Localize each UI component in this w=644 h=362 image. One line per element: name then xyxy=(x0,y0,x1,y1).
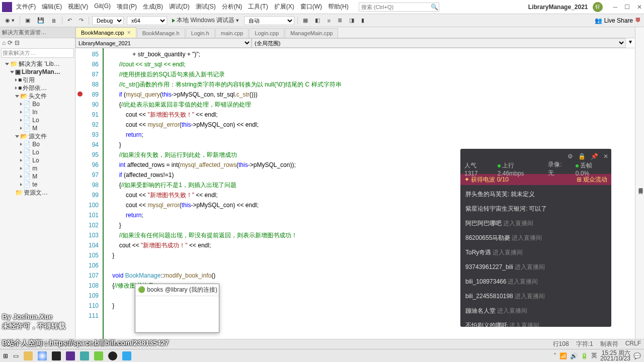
terminal-icon[interactable] xyxy=(52,351,61,360)
menu-item[interactable]: 帮助(H) xyxy=(328,3,349,11)
menu-item[interactable]: 生成(B) xyxy=(143,3,163,11)
obs-icon[interactable] xyxy=(108,351,117,360)
breakpoint-icon[interactable] xyxy=(77,92,83,97)
explorer-icon[interactable] xyxy=(24,351,33,360)
new-file-icon[interactable]: ▣ xyxy=(23,17,32,24)
account-avatar[interactable]: 轩 xyxy=(593,2,603,12)
minimize-button[interactable]: ─ xyxy=(613,4,617,11)
maximize-button[interactable]: ☐ xyxy=(624,4,630,11)
search-box[interactable]: 🔍 xyxy=(359,3,439,12)
undo-icon[interactable]: ↶ xyxy=(65,17,74,24)
pin-icon[interactable]: 📌 xyxy=(591,153,598,160)
editor-tab[interactable]: ManageMain.cpp xyxy=(285,28,338,38)
lock-icon[interactable]: 🔒 xyxy=(578,153,586,160)
clock-date[interactable]: 2021/10/23 xyxy=(600,356,630,361)
task-view-icon[interactable]: ▭ xyxy=(13,352,19,359)
platform-combo[interactable]: x64 xyxy=(127,16,167,25)
file-node[interactable]: 📄 M xyxy=(1,172,74,180)
close-tab-icon[interactable]: × xyxy=(127,29,131,36)
headers-folder[interactable]: 📂 头文件 xyxy=(1,92,74,100)
indent-mode[interactable]: 制表符 xyxy=(600,340,618,348)
app-icon[interactable] xyxy=(94,351,103,360)
nav-back-icon[interactable]: ◉ ▾ xyxy=(3,17,17,24)
auto-combo[interactable]: 自动 xyxy=(244,16,294,25)
search-input[interactable] xyxy=(361,4,431,10)
toolbar-icon[interactable]: ▦ xyxy=(301,17,310,24)
tray-chevron-icon[interactable]: ˄ xyxy=(553,352,556,359)
editor-tab[interactable]: BookManage.h xyxy=(137,28,185,38)
stream-stats: 人气 1317 上行 2.46mbps 录像: 无 丢帧 0.0% xyxy=(460,164,611,174)
save-icon[interactable]: 💾 xyxy=(35,17,46,24)
viewer-flow[interactable]: ⊞ 观众流动 xyxy=(577,175,607,184)
menu-item[interactable]: 扩展(X) xyxy=(274,3,294,11)
toolbar-icon[interactable]: ◧ xyxy=(313,17,322,24)
app-icon[interactable] xyxy=(80,351,89,360)
home-icon[interactable]: ⌂ xyxy=(2,39,6,46)
editor-tab[interactable]: main.cpp xyxy=(215,28,249,38)
ime-icon[interactable]: 英 xyxy=(591,351,597,360)
project-node[interactable]: ▣ LibraryMan… xyxy=(1,68,74,76)
menu-item[interactable]: 分析(N) xyxy=(222,3,243,11)
menu-item[interactable]: 文件(F) xyxy=(16,3,36,11)
file-node[interactable]: 📄 m xyxy=(1,164,74,172)
liveshare-button[interactable]: Live Share xyxy=(604,17,633,24)
preview-title: 🟢 books @library (我的连接) - … xyxy=(135,284,219,296)
menu-item[interactable]: 项目(P) xyxy=(117,3,137,11)
notification-center-icon[interactable]: 💬 xyxy=(633,352,641,359)
file-node[interactable]: 📄 In xyxy=(1,108,74,116)
file-node[interactable]: 📄 Lo xyxy=(1,116,74,124)
solution-node[interactable]: 📁 解决方案 'Lib… xyxy=(1,60,74,68)
editor-tab[interactable]: Login.cpp xyxy=(249,28,284,38)
toolbar-icon[interactable]: ▮ xyxy=(359,17,366,24)
search-icon[interactable]: 🔍 xyxy=(431,4,438,11)
tray-icon[interactable]: 📶 xyxy=(559,352,567,359)
menu-item[interactable]: 编辑(E) xyxy=(42,3,62,11)
source-folder[interactable]: 📂 源文件 xyxy=(1,132,74,140)
collapse-icon[interactable]: ⊟ xyxy=(15,39,20,46)
gear-icon[interactable]: ⚙ xyxy=(568,153,573,160)
tray-icon[interactable]: 🔋 xyxy=(581,352,588,359)
file-node[interactable]: 📄 Lo xyxy=(1,156,74,164)
menu-item[interactable]: 工具(T) xyxy=(248,3,268,11)
file-node[interactable]: 📄 M xyxy=(1,124,74,132)
split-icon[interactable]: ▾ xyxy=(626,38,635,48)
toolbar-icon[interactable]: ≡ xyxy=(325,17,332,24)
scope-combo[interactable]: LibraryManage_2021 xyxy=(75,38,252,48)
close-icon[interactable]: ✕ xyxy=(603,153,608,160)
menu-item[interactable]: 测试(S) xyxy=(196,3,216,11)
record-status: 录像: 无 xyxy=(548,160,569,177)
external-deps-node[interactable]: ■ 外部依… xyxy=(1,84,74,92)
save-all-icon[interactable]: 🗎 xyxy=(49,17,59,24)
start-button[interactable]: ⊞ xyxy=(3,352,8,359)
start-debug-button[interactable]: 本地 Windows 调试器 ▾ xyxy=(170,16,241,25)
close-button[interactable]: ✕ xyxy=(637,4,642,11)
config-combo[interactable]: Debug xyxy=(92,16,124,25)
menu-item[interactable]: 窗口(W) xyxy=(300,3,322,11)
liveshare-icon[interactable]: 👥 xyxy=(595,17,602,24)
explorer-search[interactable]: 搜索解决方… xyxy=(1,48,74,58)
file-node[interactable]: 📄 te xyxy=(1,180,74,189)
references-node[interactable]: ■ 引用 xyxy=(1,76,74,84)
refresh-icon[interactable]: ⟳ xyxy=(8,39,13,46)
editor-tab[interactable]: BookManage.cpp× xyxy=(75,27,136,38)
editor-tab[interactable]: Login.h xyxy=(186,28,215,38)
redo-icon[interactable]: ↷ xyxy=(77,17,86,24)
file-node[interactable]: 📄 Lo xyxy=(1,148,74,156)
toolbar-icon[interactable]: ≣ xyxy=(336,17,344,24)
edge-icon[interactable] xyxy=(122,351,131,360)
file-node[interactable]: 📄 Bo xyxy=(1,140,74,148)
chrome-icon[interactable] xyxy=(38,351,47,360)
menu-item[interactable]: 调试(D) xyxy=(169,3,190,11)
vs-icon[interactable] xyxy=(66,351,75,360)
resource-folder[interactable]: 📁 资源文… xyxy=(1,189,74,197)
taskbar-preview[interactable]: 🟢 books @library (我的连接) - … xyxy=(135,284,219,333)
tray-icon[interactable]: 🔊 xyxy=(570,352,578,359)
menu-item[interactable]: 视图(V) xyxy=(68,3,88,11)
file-node[interactable]: 📄 Bo xyxy=(1,100,74,108)
right-rail[interactable]: 服务器资源管理器 工具箱 xyxy=(635,27,644,339)
admin-icon[interactable]: ⛊ xyxy=(635,17,641,24)
member-combo[interactable]: (全局范围) xyxy=(252,38,626,48)
line-ending[interactable]: CRLF xyxy=(625,340,641,348)
menu-item[interactable]: Git(G) xyxy=(94,3,111,11)
toolbar-icon[interactable]: ◨ xyxy=(347,17,356,24)
